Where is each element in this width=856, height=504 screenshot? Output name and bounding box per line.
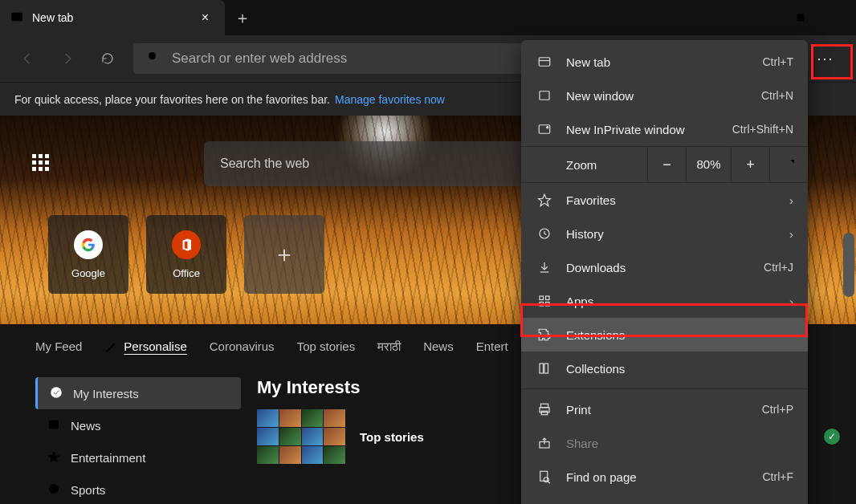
- chevron-right-icon: ›: [789, 227, 793, 241]
- svg-rect-27: [540, 303, 544, 307]
- menu-read-aloud[interactable]: A Read aloud Ctrl+Shift+U: [521, 494, 808, 504]
- feed-tab-topstories[interactable]: Top stories: [297, 339, 356, 353]
- sidebar-item-sports[interactable]: Sports: [35, 474, 241, 504]
- share-icon: [536, 436, 553, 450]
- menu-share: Share: [521, 426, 808, 460]
- story-followed-icon[interactable]: ✓: [824, 429, 840, 445]
- history-icon: [536, 226, 553, 241]
- browser-tab[interactable]: New tab ×: [0, 0, 225, 35]
- menu-print[interactable]: Print Ctrl+P: [521, 392, 808, 426]
- window-minimize-button[interactable]: [745, 0, 782, 35]
- svg-rect-28: [546, 303, 550, 307]
- sidebar-item-my-interests[interactable]: My Interests: [35, 377, 241, 409]
- window-icon: [536, 88, 553, 103]
- extensions-icon: [536, 327, 553, 342]
- svg-rect-18: [539, 125, 550, 134]
- star-icon: [536, 193, 553, 207]
- zoom-value: 80%: [686, 146, 731, 183]
- svg-rect-9: [49, 420, 59, 429]
- apps-icon: [536, 294, 553, 308]
- feed-tab-personalise[interactable]: Personalise: [104, 339, 186, 354]
- zoom-label: Zoom: [566, 158, 647, 172]
- chevron-right-icon: ›: [789, 193, 793, 207]
- add-quick-link-button[interactable]: ＋: [244, 215, 324, 294]
- svg-line-5: [834, 14, 842, 22]
- svg-line-4: [834, 14, 842, 22]
- menu-new-inprivate[interactable]: New InPrivate window Ctrl+Shift+N: [521, 112, 808, 146]
- interests-sidebar: My Interests News Entertainment Sports L…: [0, 368, 241, 504]
- feed-tab-coronavirus[interactable]: Coronavirus: [210, 339, 275, 353]
- google-icon: [74, 230, 103, 259]
- menu-zoom-row: Zoom − 80% +: [521, 146, 808, 183]
- svg-rect-3: [797, 14, 805, 22]
- tab-icon: [10, 10, 24, 26]
- collections-icon: [536, 361, 553, 376]
- manage-favorites-link[interactable]: Manage favorites now: [335, 93, 445, 106]
- office-icon: [172, 230, 201, 259]
- menu-new-tab[interactable]: New tab Ctrl+T: [521, 45, 808, 79]
- inprivate-icon: [536, 122, 553, 136]
- svg-line-38: [548, 482, 550, 483]
- svg-point-13: [49, 484, 59, 494]
- menu-separator: [521, 388, 808, 389]
- star-icon: [47, 449, 61, 466]
- address-placeholder: Search or enter web address: [172, 51, 347, 67]
- find-icon: [536, 469, 553, 484]
- menu-downloads[interactable]: Downloads Ctrl+J: [521, 250, 808, 284]
- svg-line-7: [155, 58, 158, 61]
- menu-new-window[interactable]: New window Ctrl+N: [521, 79, 808, 112]
- tile-label: Google: [71, 267, 105, 279]
- svg-point-19: [547, 127, 548, 128]
- menu-extensions[interactable]: Extensions: [521, 318, 808, 352]
- feed-tab-entertainment[interactable]: Entert: [476, 339, 508, 353]
- nav-refresh-button[interactable]: [93, 44, 122, 73]
- news-icon: [47, 417, 61, 434]
- zoom-in-button[interactable]: +: [731, 146, 769, 183]
- svg-rect-25: [540, 296, 544, 300]
- nav-back-button[interactable]: [13, 44, 42, 73]
- menu-collections[interactable]: Collections: [521, 352, 808, 385]
- tab-title: New tab: [32, 11, 73, 24]
- print-icon: [536, 402, 553, 417]
- menu-find-on-page[interactable]: Find on page Ctrl+F: [521, 460, 808, 494]
- svg-rect-0: [11, 12, 22, 21]
- download-icon: [536, 260, 553, 274]
- nav-forward-button[interactable]: [53, 44, 82, 73]
- new-tab-icon: [536, 55, 553, 69]
- chevron-right-icon: ›: [789, 295, 793, 308]
- settings-menu: New tab Ctrl+T New window Ctrl+N New InP…: [521, 40, 808, 504]
- window-close-button[interactable]: [819, 0, 856, 35]
- svg-point-8: [51, 387, 62, 398]
- zoom-out-button[interactable]: −: [647, 146, 686, 183]
- svg-rect-26: [546, 296, 550, 300]
- sidebar-item-news[interactable]: News: [35, 409, 241, 441]
- quick-link-office[interactable]: Office: [146, 215, 226, 294]
- story-thumbnails: [257, 409, 345, 464]
- feed-tab-marathi[interactable]: मराठी: [377, 339, 401, 354]
- menu-favorites[interactable]: Favorites ›: [521, 183, 808, 217]
- svg-rect-31: [541, 404, 548, 408]
- pencil-icon: [104, 339, 119, 354]
- hero-search-placeholder: Search the web: [220, 156, 309, 171]
- fullscreen-button[interactable]: [769, 146, 808, 183]
- story-title: Top stories: [360, 430, 424, 444]
- app-launcher-icon[interactable]: [32, 154, 51, 173]
- svg-rect-29: [540, 364, 544, 373]
- svg-rect-30: [544, 364, 548, 373]
- svg-rect-15: [539, 58, 550, 67]
- tab-close-button[interactable]: ×: [195, 7, 215, 28]
- window-maximize-button[interactable]: [782, 0, 819, 35]
- menu-history[interactable]: History ›: [521, 217, 808, 250]
- sports-icon: [47, 482, 61, 498]
- svg-rect-17: [540, 91, 549, 100]
- feed-tab-news[interactable]: News: [423, 339, 454, 353]
- sidebar-item-entertainment[interactable]: Entertainment: [35, 441, 241, 474]
- menu-apps[interactable]: Apps ›: [521, 284, 808, 318]
- search-icon: [146, 50, 161, 68]
- feed-tab-myfeed[interactable]: My Feed: [35, 339, 82, 353]
- new-tab-button[interactable]: ＋: [225, 0, 260, 35]
- quick-link-google[interactable]: Google: [48, 215, 128, 294]
- settings-and-more-button[interactable]: ···: [808, 43, 843, 75]
- svg-marker-12: [48, 451, 60, 462]
- svg-rect-33: [541, 411, 548, 415]
